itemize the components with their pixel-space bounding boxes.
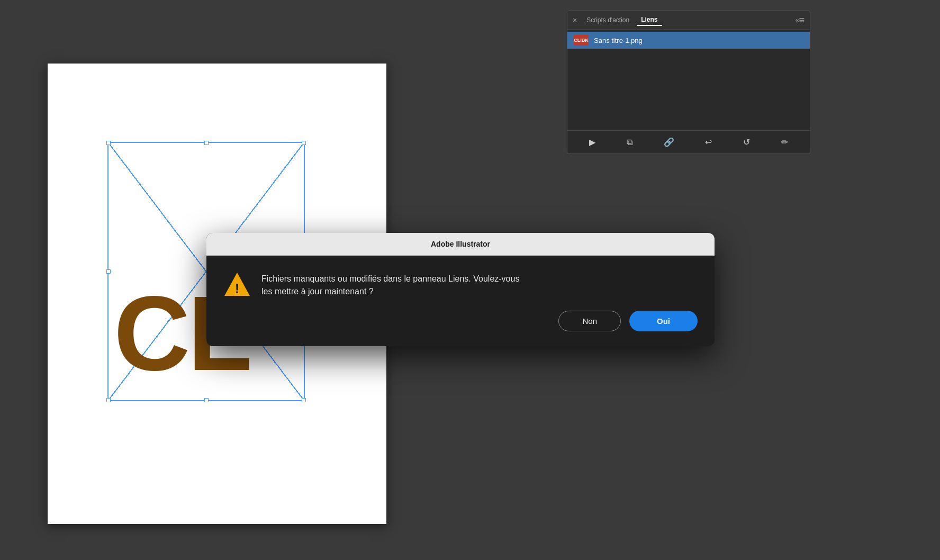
- liens-panel: × Scripts d'action Liens « ≡ CLIBK Sans …: [567, 11, 810, 154]
- file-type-icon: CLIBK: [574, 35, 589, 46]
- close-icon[interactable]: ×: [573, 16, 577, 24]
- embed-icon[interactable]: ⧉: [623, 136, 636, 149]
- liens-panel-tabs: Scripts d'action Liens: [582, 14, 790, 26]
- relink-icon[interactable]: ↩: [702, 135, 715, 149]
- handle-bl[interactable]: [106, 398, 111, 402]
- alert-dialog-buttons: Non Oui: [206, 311, 715, 346]
- oui-button[interactable]: Oui: [629, 311, 698, 331]
- liens-panel-toolbar: ▶ ⧉ 🔗 ↩ ↺ ✏: [567, 130, 810, 153]
- liens-panel-titlebar: × Scripts d'action Liens « ≡: [567, 11, 810, 30]
- alert-message-text: Fichiers manquants ou modifiés dans le p…: [261, 270, 698, 298]
- alert-dialog-title: Adobe Illustrator: [431, 240, 490, 248]
- alert-message-line2: les mettre à jour maintenant ?: [261, 287, 374, 296]
- collapse-icon[interactable]: «: [796, 16, 799, 24]
- handle-lm[interactable]: [106, 269, 111, 274]
- warning-icon: !: [223, 270, 251, 298]
- play-icon[interactable]: ▶: [586, 135, 599, 149]
- edit-icon[interactable]: ✏: [778, 135, 791, 149]
- handle-tl[interactable]: [106, 141, 111, 145]
- list-item[interactable]: CLIBK Sans titre-1.png: [567, 32, 810, 49]
- liens-panel-empty: [567, 49, 810, 128]
- alert-dialog: Adobe Illustrator ! Fichiers manquants o…: [206, 233, 715, 346]
- refresh-icon[interactable]: ↺: [740, 135, 753, 149]
- liens-panel-body: CLIBK Sans titre-1.png: [567, 30, 810, 130]
- alert-dialog-titlebar: Adobe Illustrator: [206, 233, 715, 256]
- alert-dialog-body: ! Fichiers manquants ou modifiés dans le…: [206, 256, 715, 311]
- menu-icon[interactable]: ≡: [799, 15, 805, 26]
- link-icon[interactable]: 🔗: [661, 135, 677, 149]
- handle-br[interactable]: [302, 398, 306, 402]
- handle-bm[interactable]: [204, 398, 209, 402]
- handle-tr[interactable]: [302, 141, 306, 145]
- non-button[interactable]: Non: [558, 311, 621, 331]
- tab-scripts-action[interactable]: Scripts d'action: [582, 15, 634, 25]
- warning-triangle-svg: !: [223, 270, 251, 298]
- file-name: Sans titre-1.png: [594, 37, 643, 44]
- alert-message-line1: Fichiers manquants ou modifiés dans le p…: [261, 274, 519, 283]
- handle-tm[interactable]: [204, 141, 209, 145]
- tab-liens[interactable]: Liens: [637, 14, 662, 26]
- svg-text:!: !: [235, 281, 240, 296]
